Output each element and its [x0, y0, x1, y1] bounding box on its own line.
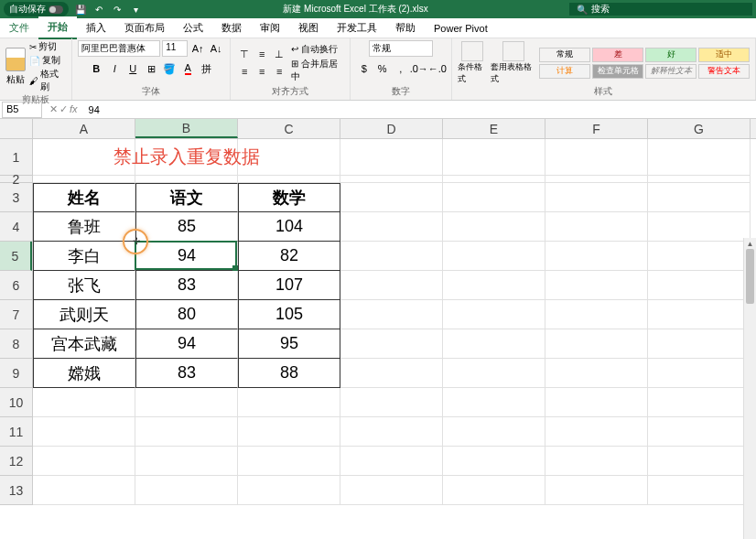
cell-F12[interactable] [545, 447, 648, 476]
phonetic-button[interactable]: 拼 [198, 60, 214, 77]
row-header-8[interactable]: 8 [0, 329, 32, 359]
align-left-button[interactable]: ≡ [236, 63, 253, 80]
style-neutral[interactable]: 适中 [698, 48, 750, 62]
cell-G4[interactable] [648, 212, 751, 242]
cell-F13[interactable] [545, 476, 648, 505]
cell-G11[interactable] [648, 417, 751, 447]
cell-A10[interactable] [33, 388, 135, 417]
cell-B8[interactable]: 94 [135, 329, 238, 359]
cell-E11[interactable] [443, 417, 545, 447]
cell-D12[interactable] [340, 447, 443, 476]
comma-button[interactable]: , [393, 60, 409, 77]
cell-C8[interactable]: 95 [238, 329, 340, 359]
row-header-6[interactable]: 6 [0, 271, 32, 300]
tab-file[interactable]: 文件 [0, 17, 38, 38]
align-middle-button[interactable]: ≡ [254, 46, 270, 62]
cell-F3[interactable] [545, 183, 648, 212]
cell-F8[interactable] [545, 329, 648, 359]
fx-icon[interactable]: fx [70, 103, 78, 115]
tab-view[interactable]: 视图 [289, 17, 328, 38]
cell-G6[interactable] [648, 271, 751, 300]
col-header-G[interactable]: G [648, 119, 751, 138]
format-painter-button[interactable]: 🖌格式刷 [29, 68, 66, 93]
cell-G1[interactable] [648, 139, 751, 176]
align-right-button[interactable]: ≡ [271, 63, 287, 80]
cell-G7[interactable] [648, 300, 751, 329]
row-header-3[interactable]: 3 [0, 183, 32, 212]
cell-D5[interactable] [340, 242, 443, 271]
confirm-icon[interactable]: ✓ [59, 103, 68, 115]
border-button[interactable]: ⊞ [143, 60, 159, 77]
scroll-up-icon[interactable]: ▲ [744, 238, 756, 249]
cell-C3[interactable]: 数学 [238, 183, 340, 212]
cell-B7[interactable]: 80 [135, 300, 238, 329]
cell-E8[interactable] [443, 329, 545, 359]
copy-button[interactable]: 📄复制 [29, 54, 66, 67]
align-center-button[interactable]: ≡ [254, 63, 270, 80]
decrease-decimal-button[interactable]: ←.0 [429, 60, 446, 77]
row-header-11[interactable]: 11 [0, 417, 32, 447]
cell-G5[interactable] [648, 242, 751, 271]
font-color-button[interactable]: A [179, 60, 196, 77]
style-bad[interactable]: 差 [592, 48, 643, 62]
row-header-13[interactable]: 13 [0, 476, 32, 505]
align-bottom-button[interactable]: ⊥ [271, 46, 287, 62]
cell-E10[interactable] [443, 388, 545, 417]
cell-C5[interactable]: 82 [238, 242, 340, 271]
format-as-table-button[interactable]: 套用表格格式 [491, 41, 535, 85]
row-header-9[interactable]: 9 [0, 359, 32, 388]
tab-dev[interactable]: 开发工具 [328, 17, 386, 38]
cell-D9[interactable] [340, 359, 443, 388]
cell-A4[interactable]: 鲁班 [33, 212, 135, 242]
save-icon[interactable]: 💾 [74, 3, 87, 16]
cell-E4[interactable] [443, 212, 545, 242]
row-header-7[interactable]: 7 [0, 300, 32, 329]
style-check[interactable]: 检查单元格 [592, 64, 643, 79]
tab-powerpivot[interactable]: Power Pivot [425, 19, 497, 38]
currency-button[interactable]: $ [356, 60, 373, 77]
cell-G13[interactable] [648, 476, 751, 505]
cell-G9[interactable] [648, 359, 751, 388]
cell-A9[interactable]: 嫦娥 [33, 359, 135, 388]
cell-C9[interactable]: 88 [238, 359, 340, 388]
cell-C2[interactable] [238, 176, 340, 183]
redo-icon[interactable]: ↷ [111, 3, 124, 16]
cut-button[interactable]: ✂剪切 [29, 40, 66, 53]
tab-review[interactable]: 审阅 [251, 17, 289, 38]
cell-B4[interactable]: 85 [135, 212, 238, 242]
search-box[interactable]: 🔍 搜索 [569, 3, 752, 16]
col-header-A[interactable]: A [33, 119, 135, 138]
cell-A12[interactable] [33, 447, 135, 476]
cell-F9[interactable] [545, 359, 648, 388]
cell-F7[interactable] [545, 300, 648, 329]
qat-dropdown-icon[interactable]: ▾ [129, 3, 142, 16]
style-good[interactable]: 好 [645, 48, 697, 62]
cell-B12[interactable] [135, 447, 238, 476]
cell-D3[interactable] [340, 183, 443, 212]
wrap-text-button[interactable]: ↩ 自动换行 [291, 43, 344, 56]
style-calc[interactable]: 计算 [539, 64, 590, 79]
font-name-select[interactable]: 阿里巴巴普惠体 [78, 40, 160, 57]
vertical-scrollbar[interactable]: ▲ [743, 238, 756, 539]
cell-A6[interactable]: 张飞 [33, 271, 135, 300]
cell-B2[interactable] [135, 176, 238, 183]
cell-D2[interactable] [340, 176, 443, 183]
col-header-F[interactable]: F [545, 119, 648, 138]
name-box[interactable]: B5 [2, 102, 42, 118]
cell-D1[interactable] [340, 139, 443, 176]
bold-button[interactable]: B [88, 60, 104, 77]
col-header-C[interactable]: C [238, 119, 340, 138]
cell-C4[interactable]: 104 [238, 212, 340, 242]
cell-A5[interactable]: 李白 [33, 242, 135, 271]
row-header-4[interactable]: 4 [0, 212, 32, 242]
cell-E12[interactable] [443, 447, 545, 476]
cell-D8[interactable] [340, 329, 443, 359]
tab-formula[interactable]: 公式 [174, 17, 212, 38]
cell-A3[interactable]: 姓名 [33, 183, 135, 212]
increase-decimal-button[interactable]: .0→ [411, 60, 427, 77]
undo-icon[interactable]: ↶ [92, 3, 105, 16]
cell-D4[interactable] [340, 212, 443, 242]
increase-font-button[interactable]: A↑ [189, 40, 206, 57]
tab-insert[interactable]: 插入 [77, 17, 115, 38]
style-warn[interactable]: 警告文本 [698, 64, 750, 79]
